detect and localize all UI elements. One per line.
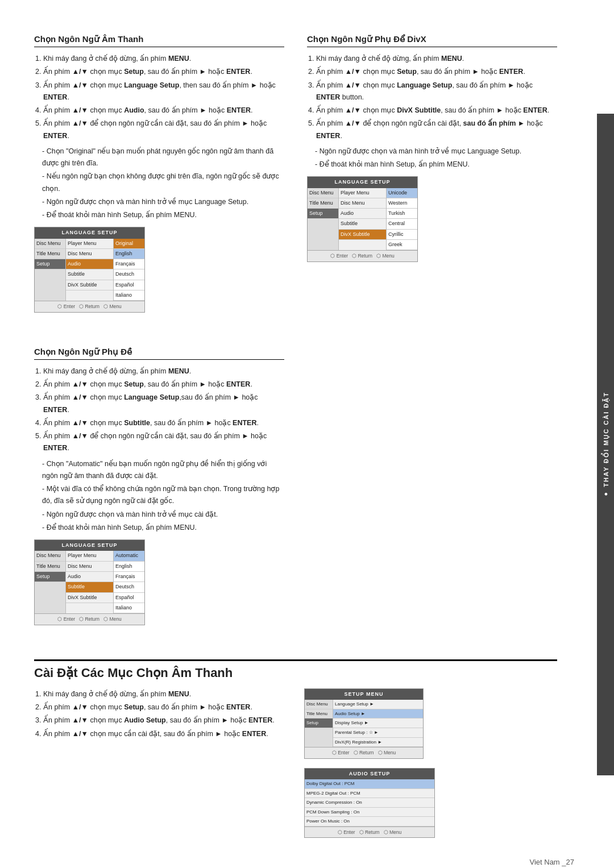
as-dolby: Dolby Digital Out : PCM [305, 779, 434, 789]
right-subtitle-3: Subtitle [339, 219, 386, 229]
screen-left-1: Disc Menu Title Menu Setup [35, 239, 66, 301]
left-disc-menu-3: Disc Menu [308, 188, 338, 198]
page: ● THAY ĐỔI MỤC CÀI ĐẶT Chọn Ngôn Ngữ Âm … [0, 0, 614, 868]
screen-row-1: Disc Menu Title Menu Setup Player Menu D… [35, 239, 144, 301]
section-divx-body: Khi máy đang ở chế độ dừng, ấn phím MENU… [307, 53, 557, 262]
phu-note-4: Để thoát khỏi màn hình Setup, ấn phím ME… [42, 522, 284, 534]
left-title-menu-2: Title Menu [35, 562, 65, 572]
as-power: Power On Music : On [305, 817, 434, 827]
screen-footer-3: ⬡ Enter ⬡ Return ⬡ Menu [308, 250, 417, 261]
screen-row-3: Disc Menu Title Menu Setup Player Menu D… [308, 188, 417, 251]
section-cai-dat-body: Khi máy đang ở chế độ dừng, ấn phím MENU… [34, 688, 557, 838]
setup-menu-screen: SETUP MENU Disc Menu Title Menu Setup La… [304, 688, 424, 759]
sm-display: Display Setup ► [333, 719, 423, 728]
setup-footer: ⬡ Enter ⬡ Return ⬡ Menu [305, 747, 423, 758]
divx-note-2: Để thoát khỏi màn hình Setup, ấn phím ME… [315, 159, 557, 171]
left-setup-1: Setup [35, 259, 65, 269]
divx-step-5: Ấn phím ▲/▼ để chọn ngôn ngữ cần cài đặt… [316, 118, 557, 142]
section-divx-title: Chọn Ngôn Ngữ Phụ Để DivX [307, 34, 557, 47]
as-pcm: PCM Down Sampling : On [305, 808, 434, 817]
sub-italiano-1: Italiano [114, 290, 144, 301]
divx-step-3: Ấn phím ▲/▼ chọn mục Language Setup, sau… [316, 80, 557, 104]
section-am-thanh: Chọn Ngôn Ngữ Âm Thanh Khi máy đang ở ch… [34, 34, 284, 313]
sm-language: Language Setup ► [333, 700, 423, 709]
sm-setup: Setup [305, 719, 333, 728]
section-am-thanh-title: Chọn Ngôn Ngữ Âm Thanh [34, 34, 284, 47]
note-3: Ngôn ngữ được chọn và màn hình trở về mụ… [42, 196, 284, 208]
sub-central: Central [387, 219, 417, 229]
cai-dat-title: Cài Đặt Các Mục Chọn Âm Thanh [34, 666, 557, 680]
left-disc-menu-2: Disc Menu [35, 551, 65, 561]
phu-note-1: Chọn "Automatic" nếu bạn muốn ngôn ngữ p… [42, 458, 284, 483]
right-divx-3: DivX Subtitle [339, 230, 386, 240]
sub-deutsch-1: Deutsch [114, 269, 144, 280]
screen-left-3: Disc Menu Title Menu Setup [308, 188, 339, 251]
sm-disc: Disc Menu [305, 700, 333, 709]
screen-right-1: Player Menu Disc Menu Audio Subtitle Div… [66, 239, 113, 301]
setup-menu-header: SETUP MENU [305, 689, 423, 700]
as-mpeg: MPEG-2 Digital Out : PCM [305, 789, 434, 799]
audio-setup-header: AUDIO SETUP [305, 769, 434, 779]
right-disc-menu-3: Disc Menu [339, 198, 386, 209]
screen-row-2: Disc Menu Title Menu Setup Player Menu D… [35, 551, 144, 613]
setup-menu-left: Disc Menu Title Menu Setup [305, 700, 333, 747]
sub-english-1: English [114, 249, 144, 259]
sub-italiano-2: Italiano [114, 603, 144, 613]
divx-step-1: Khi máy đang ở chế độ dừng, ấn phím MENU… [316, 53, 557, 65]
setup-menu-row: Disc Menu Title Menu Setup Language Setu… [305, 700, 423, 747]
section-cai-dat: Cài Đặt Các Mục Chọn Âm Thanh Khi máy đa… [34, 659, 557, 838]
phu-step-5: Ấn phím ▲/▼ để chọn ngôn ngữ cần cài đặt… [43, 430, 284, 455]
screen-header-2: LANGUAGE SETUP [35, 540, 144, 551]
right-disc-menu-2: Disc Menu [66, 562, 113, 572]
section-phu-de: Chọn Ngôn Ngữ Phụ Đề Khi máy đang ở chế … [34, 347, 284, 625]
divx-note-1: Ngôn ngữ được chọn và màn hình trở về mụ… [315, 146, 557, 157]
screen-right-3: Player Menu Disc Menu Audio Subtitle Div… [339, 188, 386, 251]
note-1: Chọn "Original" nếu bạn muốn phát nguyên… [42, 146, 284, 170]
left-setup-3: Setup [308, 209, 338, 219]
as-dynamic: Dynamic Compression : On [305, 798, 434, 808]
right-divx-2: DivX Subtitle [66, 593, 113, 603]
sub-espanol-1: Español [114, 280, 144, 290]
sub-turkish: Turkish [387, 209, 417, 219]
audio-setup-body: Dolby Digital Out : PCM MPEG-2 Digital O… [305, 779, 434, 827]
right-divx-1: DivX Subtitle [66, 280, 113, 290]
screen-footer-1: ⬡ Enter ⬡ Return ⬡ Menu [35, 301, 144, 312]
phu-step-1: Khi máy đang ở chế độ dừng, ấn phím MENU… [43, 366, 284, 377]
right-player-menu-2: Player Menu [66, 551, 113, 561]
sub-francais-2: Français [114, 572, 144, 582]
setup-menu-right: Language Setup ► Audio Setup ► Display S… [333, 700, 423, 747]
sm-parental: Parental Setup : ☆ ► [333, 728, 423, 738]
sub-cyrillic: Cyrillic [387, 230, 417, 240]
phu-note-2: Một vài đĩa có thể không chứa ngôn ngữ m… [42, 483, 284, 508]
audio-footer: ⬡ Enter ⬡ Return ⬡ Menu [305, 827, 434, 837]
page-number: Viet Nam _27 [529, 858, 574, 866]
note-2: Nếu ngôn ngữ bạn chọn không được ghi trê… [42, 171, 284, 195]
left-setup-2: Setup [35, 572, 65, 582]
sub-deutsch-2: Deutsch [114, 582, 144, 592]
step-5: Ấn phím ▲/▼ để chọn ngôn ngữ cần cài đặt… [43, 118, 284, 142]
note-4: Để thoát khỏi màn hình Setup, ấn phím ME… [42, 209, 284, 221]
right-subtitle-1: Subtitle [66, 269, 113, 280]
sub-espanol-2: Español [114, 593, 144, 603]
step-1: Khi máy đang ở chế độ dừng, ấn phím MENU… [43, 53, 284, 65]
sub-original: Original [114, 239, 144, 249]
left-disc-menu-1: Disc Menu [35, 239, 65, 249]
left-title-menu-3: Title Menu [308, 198, 338, 209]
step-4: Ấn phím ▲/▼ chọn mục Audio, sau đó ấn ph… [43, 105, 284, 117]
right-disc-menu-1: Disc Menu [66, 249, 113, 259]
step-2: Ấn phím ▲/▼ chọn mục Setup, sau đó ấn ph… [43, 66, 284, 78]
sub-unicode: Unicode [387, 188, 417, 198]
step-3: Ấn phím ▲/▼ chọn mục Language Setup, the… [43, 80, 284, 104]
main-content: Chọn Ngôn Ngữ Âm Thanh Khi máy đang ở ch… [34, 34, 557, 855]
sub-western: Western [387, 198, 417, 209]
right-player-menu-1: Player Menu [66, 239, 113, 249]
phu-step-3: Ấn phím ▲/▼ chọn mục Language Setup,sau … [43, 392, 284, 416]
section-am-thanh-body: Khi máy đang ở chế độ dừng, ấn phím MENU… [34, 53, 284, 313]
audio-setup-screen: AUDIO SETUP Dolby Digital Out : PCM MPEG… [304, 768, 435, 838]
screen-header-3: LANGUAGE SETUP [308, 177, 417, 188]
section-phu-de-body: Khi máy đang ở chế độ dừng, ấn phím MENU… [34, 366, 284, 625]
screen-header-1: LANGUAGE SETUP [35, 227, 144, 238]
right-audio-1: Audio [66, 259, 113, 269]
sm-divx: DivX(R) Registration ► [333, 738, 423, 747]
screen-divx: LANGUAGE SETUP Disc Menu Title Menu Setu… [307, 176, 557, 262]
